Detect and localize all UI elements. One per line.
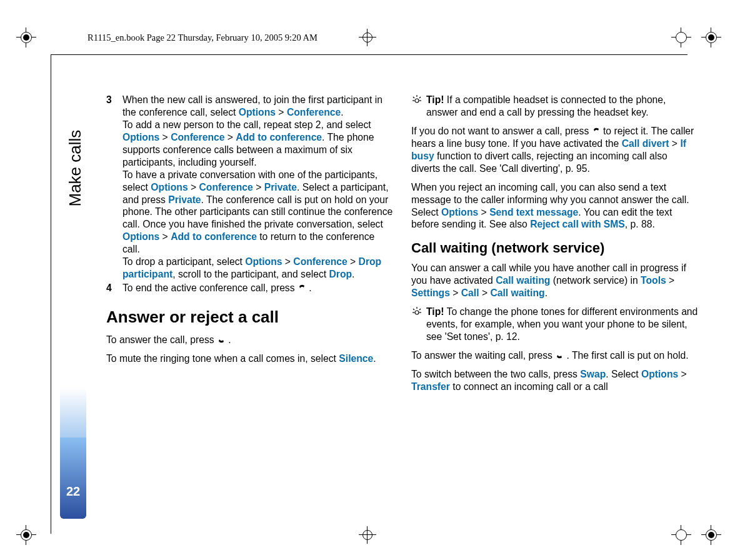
text: > bbox=[159, 231, 171, 242]
text: (network service) in bbox=[550, 275, 641, 286]
tip-icon bbox=[411, 306, 426, 343]
menu-tools: Tools bbox=[641, 275, 666, 286]
text: . The first call is put on hold. bbox=[564, 350, 688, 361]
tip-headset: Tip! If a compatible headset is connecte… bbox=[411, 94, 699, 119]
text: > bbox=[678, 369, 687, 379]
text: To answer the call, press bbox=[106, 334, 217, 345]
text: . bbox=[306, 282, 312, 293]
text: > bbox=[253, 182, 264, 192]
tip-icon bbox=[411, 94, 426, 119]
cropmark-bottom-right-2 bbox=[671, 525, 691, 545]
text: To change the phone tones for different … bbox=[426, 306, 698, 342]
text: To switch between the two calls, press bbox=[411, 369, 580, 379]
menu-call-divert: Call divert bbox=[622, 138, 669, 149]
menu-add-to-conference: Add to conference bbox=[171, 231, 257, 242]
menu-settings: Settings bbox=[411, 288, 450, 298]
paragraph-reject: If you do not want to answer a call, pre… bbox=[411, 125, 699, 175]
end-key-icon bbox=[298, 284, 306, 292]
crop-line-top bbox=[51, 54, 688, 55]
text: . bbox=[545, 288, 548, 298]
menu-transfer: Transfer bbox=[411, 381, 450, 392]
step-3: 3 When the new call is answered, to join… bbox=[106, 94, 394, 281]
menu-options: Options bbox=[441, 207, 478, 218]
text: > bbox=[666, 275, 675, 286]
text: > bbox=[669, 138, 680, 149]
menu-reject-call-with-sms: Reject call with SMS bbox=[530, 219, 625, 229]
menu-private: Private bbox=[168, 194, 201, 205]
menu-options: Options bbox=[239, 107, 276, 118]
text: > bbox=[188, 182, 199, 192]
call-key-icon bbox=[555, 351, 564, 360]
text: . bbox=[373, 353, 376, 364]
text: > bbox=[348, 256, 359, 267]
end-key-icon bbox=[592, 127, 601, 136]
text: > bbox=[282, 256, 293, 267]
svg-line-9 bbox=[419, 309, 421, 310]
cropmark-top-right-2 bbox=[671, 28, 691, 48]
menu-call-waiting: Call waiting bbox=[490, 288, 544, 298]
page-content: 3 When the new call is answered, to join… bbox=[106, 94, 699, 510]
text: > bbox=[276, 107, 287, 118]
tip-label: Tip! bbox=[426, 306, 444, 317]
tip-label: Tip! bbox=[426, 94, 444, 105]
crossmark-top bbox=[359, 29, 376, 46]
text: > bbox=[478, 207, 489, 218]
text: . bbox=[226, 334, 231, 345]
menu-conference: Conference bbox=[287, 107, 341, 118]
text: > bbox=[450, 288, 461, 298]
column-right: Tip! If a compatible headset is connecte… bbox=[411, 94, 699, 510]
menu-options: Options bbox=[151, 182, 188, 192]
crop-line-left bbox=[51, 54, 51, 534]
text: . bbox=[341, 107, 343, 118]
text: To add a new person to the call, repeat … bbox=[122, 119, 371, 130]
menu-swap: Swap bbox=[580, 369, 606, 379]
paragraph-answer-waiting: To answer the waiting call, press . The … bbox=[411, 349, 699, 362]
text: To answer the waiting call, press bbox=[411, 350, 555, 361]
text: To drop a participant, select bbox=[122, 256, 245, 267]
svg-line-3 bbox=[419, 97, 421, 98]
menu-conference: Conference bbox=[199, 182, 253, 192]
text: . Select bbox=[606, 369, 641, 379]
text: , p. 88. bbox=[625, 219, 655, 229]
cropmark-bottom-right bbox=[701, 525, 721, 545]
text: > bbox=[159, 132, 171, 142]
text: function to divert calls, rejecting an i… bbox=[411, 151, 668, 174]
menu-add-to-conference: Add to conference bbox=[236, 132, 322, 142]
text: If a compatible headset is connected to … bbox=[426, 94, 666, 118]
menu-conference: Conference bbox=[293, 256, 347, 267]
text: > bbox=[224, 132, 236, 142]
step-number: 3 bbox=[106, 94, 122, 281]
paragraph-call-waiting: You can answer a call while you have ano… bbox=[411, 262, 699, 299]
text: , scroll to the participant, and select bbox=[172, 269, 329, 279]
menu-options: Options bbox=[122, 231, 159, 242]
menu-conference: Conference bbox=[171, 132, 224, 142]
menu-call-waiting: Call waiting bbox=[496, 275, 550, 286]
menu-private: Private bbox=[264, 182, 297, 192]
paragraph-answer: To answer the call, press . bbox=[106, 334, 394, 346]
menu-options: Options bbox=[245, 256, 282, 267]
svg-point-0 bbox=[415, 99, 419, 102]
cropmark-top-left bbox=[16, 28, 36, 48]
menu-options: Options bbox=[122, 132, 159, 142]
cropmark-top-right bbox=[701, 28, 721, 48]
heading-answer-reject: Answer or reject a call bbox=[106, 307, 394, 328]
svg-point-6 bbox=[415, 311, 419, 314]
svg-line-8 bbox=[413, 309, 414, 310]
svg-line-2 bbox=[413, 97, 414, 98]
crossmark-bottom bbox=[359, 526, 376, 544]
menu-silence: Silence bbox=[339, 353, 373, 364]
side-section-label: Make calls bbox=[66, 188, 84, 300]
menu-call: Call bbox=[461, 288, 479, 298]
step-number: 4 bbox=[106, 282, 122, 294]
paragraph-switch: To switch between the two calls, press S… bbox=[411, 368, 699, 393]
column-left: 3 When the new call is answered, to join… bbox=[106, 94, 394, 510]
text: If you do not want to answer a call, pre… bbox=[411, 126, 592, 136]
heading-call-waiting: Call waiting (network service) bbox=[411, 239, 699, 257]
text: To mute the ringing tone when a call com… bbox=[106, 353, 339, 364]
step-4: 4 To end the active conference call, pre… bbox=[106, 282, 394, 294]
page-number: 22 bbox=[60, 484, 86, 499]
text: > bbox=[479, 288, 491, 298]
text: to connect an incoming call or a call bbox=[450, 381, 608, 392]
text: . bbox=[352, 269, 354, 279]
cropmark-bottom-left bbox=[16, 525, 36, 545]
